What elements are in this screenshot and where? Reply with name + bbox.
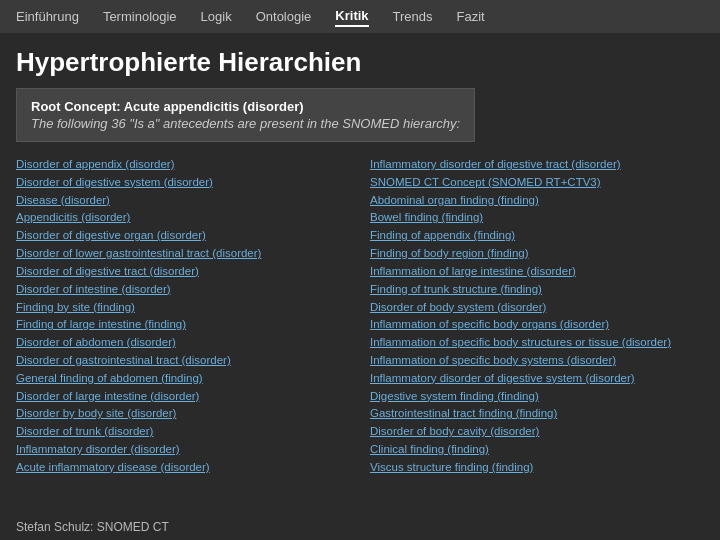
left-list-item[interactable]: Disorder of digestive tract (disorder): [16, 263, 350, 281]
concept-label: Root Concept: Acute appendicitis (disord…: [31, 99, 460, 114]
right-list-item[interactable]: Finding of appendix (finding): [370, 227, 704, 245]
left-list-item[interactable]: Disorder by body site (disorder): [16, 405, 350, 423]
nav-item-kritik[interactable]: Kritik: [335, 6, 368, 27]
right-list-item[interactable]: Viscus structure finding (finding): [370, 459, 704, 477]
left-list-item[interactable]: Disorder of appendix (disorder): [16, 156, 350, 174]
right-list-item[interactable]: Abdominal organ finding (finding): [370, 192, 704, 210]
left-list-item[interactable]: Disorder of digestive organ (disorder): [16, 227, 350, 245]
left-list-item[interactable]: Acute inflammatory disease (disorder): [16, 459, 350, 477]
nav-item-einführung[interactable]: Einführung: [16, 7, 79, 26]
right-list-item[interactable]: Bowel finding (finding): [370, 209, 704, 227]
main-content: Root Concept: Acute appendicitis (disord…: [0, 88, 720, 477]
left-list-item[interactable]: Disease (disorder): [16, 192, 350, 210]
left-list-item[interactable]: Disorder of trunk (disorder): [16, 423, 350, 441]
right-list-item[interactable]: SNOMED CT Concept (SNOMED RT+CTV3): [370, 174, 704, 192]
nav-item-fazit[interactable]: Fazit: [457, 7, 485, 26]
lists-container: Disorder of appendix (disorder)Disorder …: [16, 156, 704, 477]
left-list-item[interactable]: Inflammatory disorder (disorder): [16, 441, 350, 459]
left-list: Disorder of appendix (disorder)Disorder …: [16, 156, 350, 477]
left-list-item[interactable]: Finding by site (finding): [16, 299, 350, 317]
left-list-item[interactable]: Appendicitis (disorder): [16, 209, 350, 227]
right-list-item[interactable]: Disorder of body cavity (disorder): [370, 423, 704, 441]
right-list-item[interactable]: Inflammation of specific body structures…: [370, 334, 704, 352]
footer: Stefan Schulz: SNOMED CT: [16, 520, 169, 534]
left-list-item[interactable]: Disorder of digestive system (disorder): [16, 174, 350, 192]
left-list-item[interactable]: Disorder of large intestine (disorder): [16, 388, 350, 406]
right-list-item[interactable]: Inflammatory disorder of digestive syste…: [370, 370, 704, 388]
right-list-item[interactable]: Digestive system finding (finding): [370, 388, 704, 406]
nav-item-logik[interactable]: Logik: [201, 7, 232, 26]
info-box: Root Concept: Acute appendicitis (disord…: [16, 88, 475, 142]
right-list-item[interactable]: Gastrointestinal tract finding (finding): [370, 405, 704, 423]
right-list-item[interactable]: Inflammation of large intestine (disorde…: [370, 263, 704, 281]
left-list-item[interactable]: General finding of abdomen (finding): [16, 370, 350, 388]
right-list-item[interactable]: Inflammation of specific body systems (d…: [370, 352, 704, 370]
right-list-item[interactable]: Finding of body region (finding): [370, 245, 704, 263]
nav-item-trends[interactable]: Trends: [393, 7, 433, 26]
concept-description: The following 36 "Is a" antecedents are …: [31, 116, 460, 131]
page-title: Hypertrophierte Hierarchien: [0, 33, 720, 88]
left-list-item[interactable]: Disorder of intestine (disorder): [16, 281, 350, 299]
left-list-item[interactable]: Disorder of abdomen (disorder): [16, 334, 350, 352]
right-list-item[interactable]: Inflammation of specific body organs (di…: [370, 316, 704, 334]
right-list-item[interactable]: Inflammatory disorder of digestive tract…: [370, 156, 704, 174]
right-list: Inflammatory disorder of digestive tract…: [370, 156, 704, 477]
right-list-item[interactable]: Disorder of body system (disorder): [370, 299, 704, 317]
nav-item-terminologie[interactable]: Terminologie: [103, 7, 177, 26]
right-list-item[interactable]: Finding of trunk structure (finding): [370, 281, 704, 299]
nav-item-ontologie[interactable]: Ontologie: [256, 7, 312, 26]
left-list-item[interactable]: Disorder of lower gastrointestinal tract…: [16, 245, 350, 263]
right-list-item[interactable]: Clinical finding (finding): [370, 441, 704, 459]
left-list-item[interactable]: Finding of large intestine (finding): [16, 316, 350, 334]
nav-bar: EinführungTerminologieLogikOntologieKrit…: [0, 0, 720, 33]
left-list-item[interactable]: Disorder of gastrointestinal tract (diso…: [16, 352, 350, 370]
